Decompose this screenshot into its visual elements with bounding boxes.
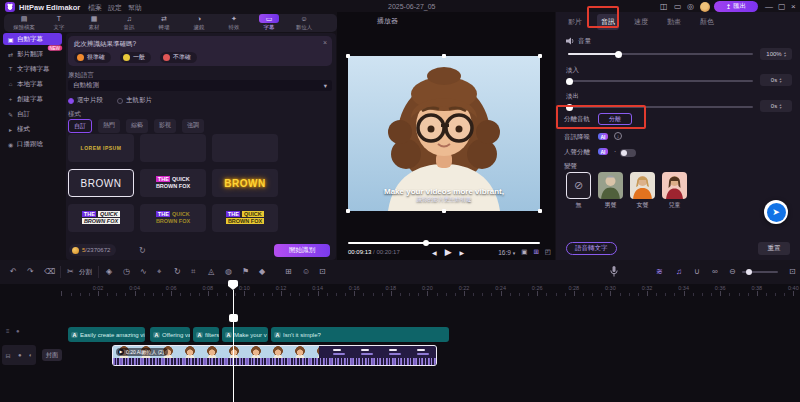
vocal-separation-toggle[interactable] <box>620 149 636 157</box>
keyframe-icon[interactable]: ◆ <box>259 266 265 278</box>
menu-settings[interactable]: 設定 <box>108 3 122 13</box>
ribbon-transition[interactable]: ⇄轉場 <box>150 14 178 32</box>
feedback-accurate-button[interactable]: 很準確 <box>74 52 111 63</box>
sidebar-item-style[interactable]: ▸樣式 <box>3 123 62 135</box>
style-preset-neon[interactable]: BROWN <box>212 169 278 197</box>
export-button[interactable]: ↥ 匯出 <box>714 1 758 12</box>
style-preset-empty-2[interactable] <box>212 134 278 162</box>
grid-icon[interactable]: ⊞ <box>533 248 538 256</box>
subtitle-clip[interactable]: Afilters, <box>193 327 219 342</box>
voice-female-tile[interactable] <box>630 172 655 199</box>
undo-icon[interactable]: ↶ <box>10 266 17 278</box>
redo-icon[interactable]: ↷ <box>27 266 34 278</box>
style-tab-variety[interactable]: 綜藝 <box>126 119 148 133</box>
feedback-inaccurate-button[interactable]: 不準確 <box>160 52 197 63</box>
stepper-icon[interactable]: ▴▾ <box>779 103 781 110</box>
ribbon-audio[interactable]: ♫音訊 <box>115 14 143 32</box>
selection-handle[interactable] <box>442 54 446 58</box>
refresh-credits-icon[interactable]: ↻ <box>139 246 146 255</box>
subtitle-track-mute-icon[interactable]: ≡ <box>6 328 10 334</box>
play-icon[interactable]: ▶ <box>445 247 452 257</box>
split-icon[interactable]: ✂ <box>67 266 74 278</box>
stepper-icon[interactable]: ▴▾ <box>779 77 781 84</box>
ribbon-filter[interactable]: ◑濾鏡 <box>185 14 213 32</box>
voice-child-tile[interactable] <box>662 172 687 199</box>
video-stage[interactable]: Make your videos more vibrant, 讓你的影片更生動有… <box>348 56 540 211</box>
selection-handle[interactable] <box>538 209 542 213</box>
sidebar-item-text-to-subtitle[interactable]: T文字轉字幕 <box>3 63 62 75</box>
motion-track-icon[interactable]: ⌖ <box>157 266 162 278</box>
separate-button[interactable]: 分離 <box>598 113 632 125</box>
restore-button[interactable]: ▢ <box>778 2 786 11</box>
menu-help[interactable]: 幫助 <box>128 3 142 13</box>
tab-color[interactable]: 顏色 <box>696 14 718 30</box>
track-hide-icon[interactable]: ● <box>18 352 22 358</box>
snapshot-icon[interactable]: ▣ <box>521 248 527 256</box>
subtitle-track-lock-icon[interactable]: ● <box>16 328 20 334</box>
subtitle-clip[interactable]: AOffering va <box>150 327 190 342</box>
avatar-tool-icon[interactable]: ☺ <box>302 266 310 278</box>
cover-button[interactable]: 封面 <box>42 349 62 361</box>
close-button[interactable]: × <box>791 2 796 11</box>
mask-icon[interactable]: ◈ <box>106 266 112 278</box>
volume-value[interactable]: 100%▴▾ <box>760 48 792 60</box>
fade-out-value[interactable]: 0s▴▾ <box>760 100 792 112</box>
style-preset-empty-1[interactable] <box>140 134 206 162</box>
user-avatar[interactable] <box>700 2 710 12</box>
volume-knob[interactable] <box>615 51 622 58</box>
chroma-key-icon[interactable]: ◍ <box>225 266 232 278</box>
style-tab-film[interactable]: 影視 <box>154 119 176 133</box>
playhead-line[interactable] <box>233 290 234 402</box>
ribbon-digital-human[interactable]: ☺數位人 <box>290 14 318 32</box>
aspect-ratio-select[interactable]: 16:9 ▾ <box>498 249 515 256</box>
crop-icon[interactable]: ⌗ <box>191 266 196 278</box>
style-preset-yellow-box[interactable]: THE QUICK BROWN FOX <box>212 204 278 232</box>
track-lock-icon[interactable]: ◐ <box>29 352 33 358</box>
style-preset-dim-yellow[interactable]: THE QUICK BROWN FOX <box>140 204 206 232</box>
selection-handle[interactable] <box>442 209 446 213</box>
style-tab-custom[interactable]: 自訂 <box>68 119 92 133</box>
sidebar-item-custom[interactable]: ✎自訂 <box>3 108 62 120</box>
ribbon-subtitles[interactable]: ▭字幕 <box>255 14 283 32</box>
freeze-frame-icon[interactable]: ◷ <box>123 266 130 278</box>
fit-timeline-icon[interactable]: ⊡ <box>789 266 796 278</box>
magnet-snap-icon[interactable]: ∪ <box>694 266 700 278</box>
sidebar-item-create-subtitle[interactable]: +創建字幕 <box>3 93 62 105</box>
add-clip-icon[interactable]: ⊡ <box>319 266 326 278</box>
sidebar-item-video-translate[interactable]: ⇄影片翻譯NEW <box>3 48 62 60</box>
minimize-button[interactable]: — <box>765 2 773 11</box>
export-frame-icon[interactable]: ⊞ <box>285 266 292 278</box>
style-preset-plain-selected[interactable]: BROWN <box>68 169 134 197</box>
fade-out-slider[interactable] <box>568 106 753 108</box>
record-mic-icon[interactable] <box>610 266 618 277</box>
video-clip-selected[interactable]: ▶ 0:20 AI數位人 (2) <box>112 345 437 366</box>
speech-to-text-button[interactable]: 語音轉文字 <box>566 242 617 255</box>
feedback-average-button[interactable]: 一般 <box>120 52 151 63</box>
previous-frame-icon[interactable]: ◀ <box>432 249 437 256</box>
menu-file[interactable]: 檔案 <box>88 3 102 13</box>
selection-handle[interactable] <box>538 54 542 58</box>
sidebar-item-auto-subtitle[interactable]: ▣自動字幕 <box>3 33 62 45</box>
selection-handle[interactable] <box>346 54 350 58</box>
fade-in-slider[interactable] <box>568 80 753 82</box>
link-clips-icon[interactable]: ∞ <box>712 266 718 278</box>
subtitle-clip[interactable]: AIsn't it simple? <box>271 327 449 342</box>
sidebar-item-local-subtitle[interactable]: ⌂本地字幕 <box>3 78 62 90</box>
start-recognition-button[interactable]: 開始識別 <box>274 244 330 257</box>
stepper-icon[interactable]: ▴▾ <box>784 51 786 58</box>
tab-video[interactable]: 影片 <box>564 14 586 30</box>
ribbon-text[interactable]: T文字 <box>45 14 73 32</box>
feedback-close-icon[interactable]: × <box>323 39 327 46</box>
download-icon[interactable]: ◎ <box>687 2 694 12</box>
ribbon-media[interactable]: ▤媒體檔案 <box>10 14 38 32</box>
ribbon-effects[interactable]: ✦特效 <box>220 14 248 32</box>
subtitle-clip[interactable]: AMake your v <box>222 327 268 342</box>
style-preset-paper[interactable]: THE QUICK BROWN FOX <box>68 204 134 232</box>
style-tab-hot[interactable]: 熱門 <box>98 119 120 133</box>
fullscreen-icon[interactable]: ◰ <box>545 248 551 256</box>
fade-in-value[interactable]: 0s▴▾ <box>760 74 792 86</box>
tab-audio[interactable]: 音訊 <box>597 14 619 30</box>
radio-selected-clip[interactable]: 選中片段 <box>68 96 103 105</box>
speed-icon[interactable]: ∿ <box>140 266 147 278</box>
ribbon-stickers[interactable]: ▦素材 <box>80 14 108 32</box>
